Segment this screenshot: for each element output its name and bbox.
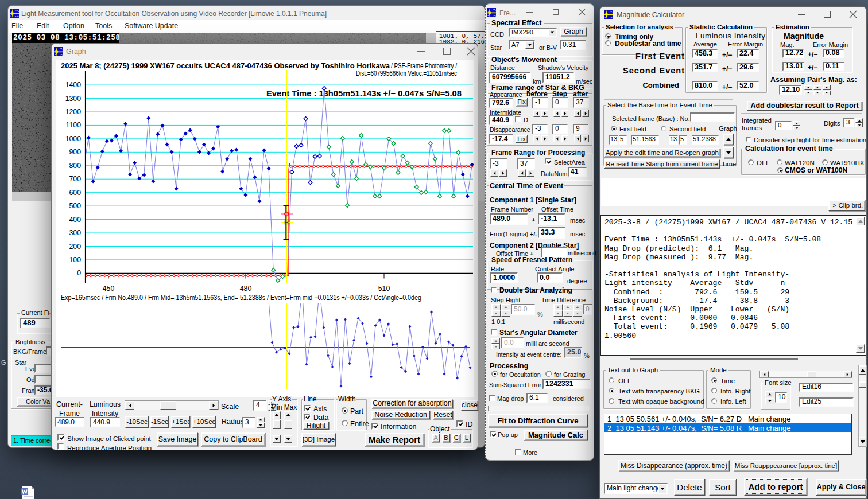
svg-text:480: 480	[240, 284, 252, 293]
svg-text:2025 Mar 8; (24275) 1999 XW167: 2025 Mar 8; (24275) 1999 XW167 occults U…	[61, 62, 390, 70]
svg-text:S/N vs Error: S/N vs Error	[60, 396, 99, 397]
svg-text:1000: 1000	[65, 135, 82, 143]
svg-text:100: 100	[69, 256, 81, 264]
svg-text:400: 400	[69, 216, 81, 224]
svg-text:Exp=165msec / Frm No.489.0 / F: Exp=165msec / Frm No.489.0 / Frm Mid= 13…	[61, 294, 421, 302]
svg-text:0: 0	[77, 269, 81, 277]
svg-text:300: 300	[69, 229, 81, 237]
svg-text:500: 500	[69, 202, 81, 210]
svg-text:900: 900	[69, 148, 81, 156]
svg-text:Event Time : 13h05m51.143s +/: Event Time : 13h05m51.143s +/− 0.047s S/…	[266, 89, 462, 98]
svg-text:/ PSF-Frame Photometry /: / PSF-Frame Photometry /	[391, 62, 457, 70]
svg-text:700: 700	[69, 175, 81, 183]
svg-text:510: 510	[378, 284, 390, 293]
svg-text:1400: 1400	[65, 81, 82, 89]
svg-text:Dist.=607995666km Veloc.=11051: Dist.=607995666km Veloc.=11051m/sec	[356, 69, 457, 77]
svg-text:200: 200	[69, 243, 81, 251]
svg-text:1100: 1100	[66, 121, 82, 129]
svg-text:1300: 1300	[65, 95, 82, 103]
svg-text:1200: 1200	[65, 108, 82, 116]
svg-text:450: 450	[103, 284, 115, 293]
svg-text:800: 800	[69, 162, 81, 170]
svg-text:600: 600	[69, 189, 81, 197]
